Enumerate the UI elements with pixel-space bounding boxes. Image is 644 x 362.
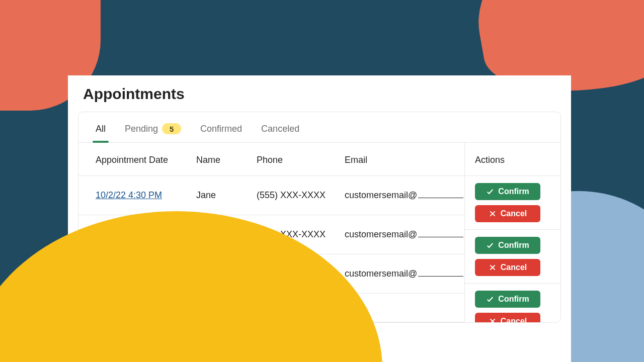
col-email: Email <box>345 155 448 165</box>
table-row: 10/2/22 4:30 PM Jane (555) XXX-XXXX cust… <box>78 176 465 215</box>
tab-canceled-label: Canceled <box>261 124 299 134</box>
tab-confirmed[interactable]: Confirmed <box>200 124 242 142</box>
check-icon <box>486 188 494 196</box>
check-icon <box>486 241 494 249</box>
cell-name: Jane <box>196 190 257 201</box>
email-blank <box>418 198 463 198</box>
actions-cell: Confirm Cancel <box>465 176 560 230</box>
tab-all[interactable]: All <box>96 124 106 142</box>
col-date: Appointment Date <box>96 155 196 165</box>
close-icon <box>489 317 497 323</box>
email-blank <box>418 276 463 277</box>
page-title: Appointments <box>83 85 556 103</box>
tab-pending[interactable]: Pending 5 <box>125 123 181 142</box>
actions-cell: Confirm Cancel <box>465 230 560 284</box>
col-phone: Phone <box>257 155 345 165</box>
tab-pending-label: Pending <box>125 124 158 134</box>
confirm-label: Confirm <box>498 187 529 196</box>
cancel-button[interactable]: Cancel <box>475 205 540 222</box>
confirm-button[interactable]: Confirm <box>475 183 540 200</box>
appointment-date-link[interactable]: 10/2/22 4:30 PM <box>96 190 162 200</box>
confirm-label: Confirm <box>498 295 529 304</box>
close-icon <box>489 210 497 218</box>
cancel-button[interactable]: Cancel <box>475 259 540 276</box>
actions-column: Actions Confirm Cancel Confirm <box>464 143 560 322</box>
cancel-label: Cancel <box>501 317 527 323</box>
cell-email: customersemail@ <box>345 229 463 240</box>
tab-canceled[interactable]: Canceled <box>261 124 299 142</box>
email-prefix: customersemail@ <box>345 190 417 200</box>
pending-count-badge: 5 <box>162 123 181 134</box>
confirm-button[interactable]: Confirm <box>475 291 540 308</box>
confirm-button[interactable]: Confirm <box>475 237 540 254</box>
table-header: Appointment Date Name Phone Email <box>78 143 465 176</box>
close-icon <box>489 263 497 272</box>
tab-confirmed-label: Confirmed <box>200 124 242 134</box>
check-icon <box>486 295 494 303</box>
email-prefix: customersemail@ <box>345 229 417 239</box>
email-blank <box>418 237 463 237</box>
cancel-button[interactable]: Cancel <box>475 313 540 323</box>
email-prefix: customersemail@ <box>345 268 417 279</box>
cell-email: customersemail@ <box>345 268 463 279</box>
confirm-label: Confirm <box>498 241 529 250</box>
col-name: Name <box>196 155 257 165</box>
cell-email: customersemail@ <box>345 190 463 201</box>
cell-phone: (555) XXX-XXXX <box>257 190 345 201</box>
col-actions: Actions <box>465 143 560 176</box>
cancel-label: Cancel <box>501 209 527 218</box>
tab-all-label: All <box>96 124 106 134</box>
cancel-label: Cancel <box>501 263 527 272</box>
tabs: All Pending 5 Confirmed Canceled <box>78 112 560 143</box>
actions-cell: Confirm Cancel <box>465 284 560 323</box>
